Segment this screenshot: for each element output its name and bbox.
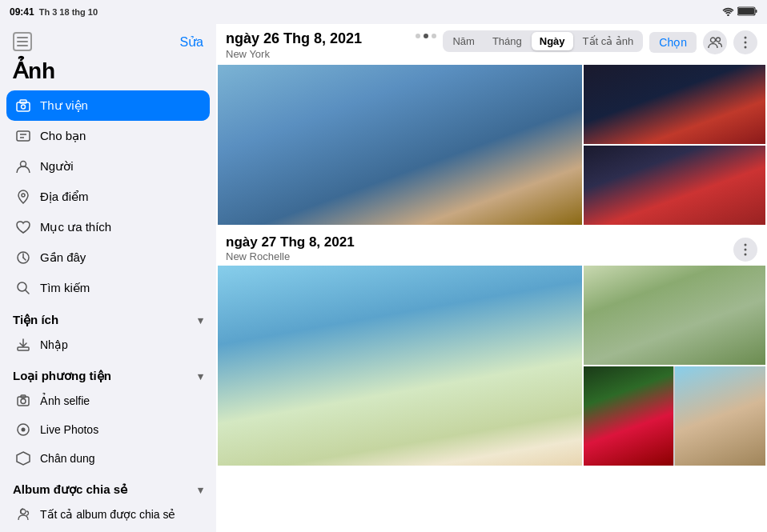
shared-albums-chevron[interactable]: ▾ bbox=[198, 484, 203, 496]
section-header-media-types: Loại phương tiện ▾ bbox=[0, 359, 216, 386]
selfie-icon bbox=[14, 392, 32, 410]
sidebar-item-live-photos[interactable]: Live Photos bbox=[6, 415, 210, 444]
portrait-label: Chân dung bbox=[40, 452, 95, 465]
sidebar-item-people[interactable]: Người bbox=[6, 151, 210, 182]
battery-icon bbox=[737, 6, 757, 18]
svg-rect-3 bbox=[738, 8, 754, 14]
photo-thumb-1a[interactable] bbox=[584, 65, 765, 144]
svg-rect-5 bbox=[17, 41, 28, 42]
photo-grid-2 bbox=[216, 266, 767, 466]
svg-point-32 bbox=[711, 38, 716, 42]
portrait-icon bbox=[14, 450, 32, 467]
sidebar-header: Sửa bbox=[0, 24, 216, 54]
import-label: Nhập bbox=[40, 338, 68, 351]
foryou-icon bbox=[14, 127, 32, 145]
svg-rect-2 bbox=[756, 10, 757, 13]
app-container: Sửa Ảnh Thư viện bbox=[0, 24, 767, 532]
tab-day[interactable]: Ngày bbox=[532, 32, 573, 50]
sidebar-item-recents[interactable]: Gần đây bbox=[6, 242, 210, 273]
sidebar-item-portrait[interactable]: Chân dung bbox=[6, 444, 210, 473]
sidebar-edit-button[interactable]: Sửa bbox=[179, 34, 203, 50]
import-icon bbox=[14, 336, 32, 354]
sidebar-item-library[interactable]: Thư viện bbox=[6, 90, 210, 121]
sidebar-toggle-icon[interactable] bbox=[13, 32, 32, 51]
photo-bird[interactable] bbox=[675, 366, 765, 466]
library-label: Thư viện bbox=[40, 98, 88, 113]
all-shared-icon bbox=[14, 506, 32, 523]
photo-thumb-2b[interactable] bbox=[584, 366, 765, 466]
live-photos-icon bbox=[14, 421, 32, 438]
tab-year[interactable]: Năm bbox=[444, 32, 482, 50]
svg-point-34 bbox=[745, 37, 747, 39]
svg-point-37 bbox=[745, 243, 747, 246]
dot-2 bbox=[424, 34, 428, 38]
section2-more-button[interactable] bbox=[733, 238, 757, 262]
sidebar-item-places[interactable]: Địa điểm bbox=[6, 182, 210, 212]
shared-albums-label: Album được chia sẻ bbox=[13, 482, 127, 497]
svg-rect-6 bbox=[17, 45, 28, 46]
svg-point-14 bbox=[22, 194, 25, 197]
svg-rect-10 bbox=[17, 131, 30, 141]
sidebar-item-favorites[interactable]: Mục ưa thích bbox=[6, 212, 210, 242]
svg-point-35 bbox=[745, 42, 747, 44]
people-icon bbox=[14, 158, 32, 175]
top-actions: Chọn bbox=[649, 30, 757, 54]
sidebar-item-import[interactable]: Nhập bbox=[6, 330, 210, 359]
people-button[interactable] bbox=[703, 30, 727, 54]
photo-roses[interactable] bbox=[584, 366, 674, 466]
all-shared-label: Tất cả album được chia sẻ bbox=[40, 508, 176, 521]
tab-all[interactable]: Tất cả ảnh bbox=[575, 32, 642, 50]
svg-point-33 bbox=[717, 38, 721, 42]
places-icon bbox=[14, 188, 32, 206]
section-header-shared-albums: Album được chia sẻ ▾ bbox=[0, 473, 216, 500]
search-icon bbox=[14, 279, 32, 297]
svg-point-23 bbox=[21, 399, 26, 404]
sidebar-item-selfie[interactable]: Ảnh selfie bbox=[6, 386, 210, 415]
section1-location: New York bbox=[226, 48, 409, 60]
photo-thumb-1b[interactable] bbox=[584, 146, 765, 225]
svg-point-27 bbox=[21, 510, 26, 514]
photo-section-1 bbox=[216, 65, 767, 225]
section2-date: ngày 27 Thg 8, 2021 bbox=[226, 234, 355, 250]
top-bar: ngày 26 Thg 8, 2021 New York Năm Tháng N… bbox=[216, 24, 767, 65]
media-types-chevron[interactable]: ▾ bbox=[198, 370, 203, 382]
sidebar: Sửa Ảnh Thư viện bbox=[0, 24, 216, 532]
date-info: ngày 26 Thg 8, 2021 New York bbox=[226, 30, 409, 60]
photo-thumb-2a[interactable] bbox=[584, 266, 765, 365]
svg-point-9 bbox=[22, 105, 26, 109]
svg-point-36 bbox=[745, 46, 747, 49]
sidebar-title: Ảnh bbox=[0, 54, 216, 90]
svg-point-39 bbox=[745, 253, 747, 255]
dot-3 bbox=[432, 34, 436, 38]
status-right bbox=[722, 6, 757, 18]
svg-point-38 bbox=[745, 248, 747, 250]
sidebar-item-shared-more[interactable]: Album được chia sẻ mới bbox=[6, 529, 210, 532]
recents-label: Gần đây bbox=[40, 250, 86, 265]
more-options-button[interactable] bbox=[733, 30, 757, 54]
favorites-label: Mục ưa thích bbox=[40, 220, 111, 234]
sidebar-item-foryou[interactable]: Cho bạn bbox=[6, 121, 210, 151]
photo-feed: ngày 27 Thg 8, 2021 New Rochelle bbox=[216, 65, 767, 532]
photo-main-1[interactable] bbox=[218, 65, 582, 225]
svg-rect-4 bbox=[17, 37, 28, 38]
sidebar-item-search[interactable]: Tìm kiếm bbox=[6, 273, 210, 303]
svg-rect-8 bbox=[20, 100, 26, 103]
utilities-chevron[interactable]: ▾ bbox=[198, 314, 203, 326]
photo-main-2[interactable] bbox=[218, 266, 582, 466]
media-types-label: Loại phương tiện bbox=[13, 369, 111, 383]
favorites-icon bbox=[14, 218, 32, 236]
section1-date: ngày 26 Thg 8, 2021 bbox=[226, 30, 409, 48]
section-header-utilities: Tiện ích ▾ bbox=[0, 303, 216, 330]
svg-line-19 bbox=[26, 290, 30, 294]
status-bar: 09:41 Th 3 18 thg 10 bbox=[0, 0, 767, 24]
tab-month[interactable]: Tháng bbox=[484, 32, 530, 50]
photo-grid-1 bbox=[216, 65, 767, 225]
dots-indicator bbox=[416, 30, 436, 42]
dot-1 bbox=[416, 34, 420, 38]
sidebar-item-all-shared[interactable]: Tất cả album được chia sẻ bbox=[6, 500, 210, 529]
live-photos-label: Live Photos bbox=[40, 423, 98, 436]
select-button[interactable]: Chọn bbox=[649, 32, 697, 53]
foryou-label: Cho bạn bbox=[40, 129, 86, 143]
section2-location: New Rochelle bbox=[226, 250, 355, 262]
status-time: 09:41 bbox=[10, 6, 34, 18]
